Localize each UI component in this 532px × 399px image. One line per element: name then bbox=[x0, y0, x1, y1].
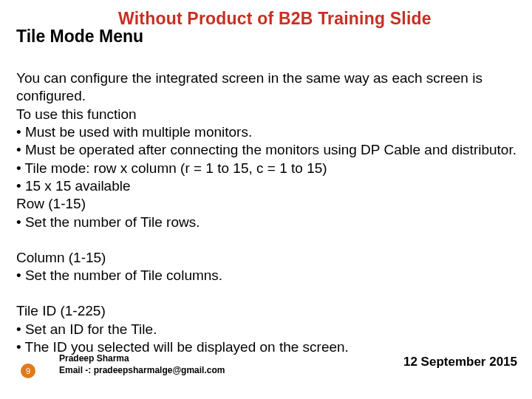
slide-title: Tile Mode Menu bbox=[16, 27, 143, 47]
footer-author: Pradeep Sharma bbox=[59, 353, 129, 364]
body-block: Tile ID (1-225)• Set an ID for the Tile.… bbox=[16, 302, 517, 356]
footer-date: 12 September 2015 bbox=[403, 355, 517, 369]
body-block: You can configure the integrated screen … bbox=[16, 69, 517, 231]
footer-email: Email -: pradeepsharmalge@gmail.com bbox=[59, 365, 225, 375]
slide: Without Product of B2B Training Slide Ti… bbox=[0, 0, 532, 399]
page-number-badge: 9 bbox=[21, 364, 35, 378]
body-block: Column (1-15)• Set the number of Tile co… bbox=[16, 249, 517, 285]
watermark-text: Without Product of B2B Training Slide bbox=[118, 9, 432, 29]
slide-body: You can configure the integrated screen … bbox=[16, 69, 517, 356]
